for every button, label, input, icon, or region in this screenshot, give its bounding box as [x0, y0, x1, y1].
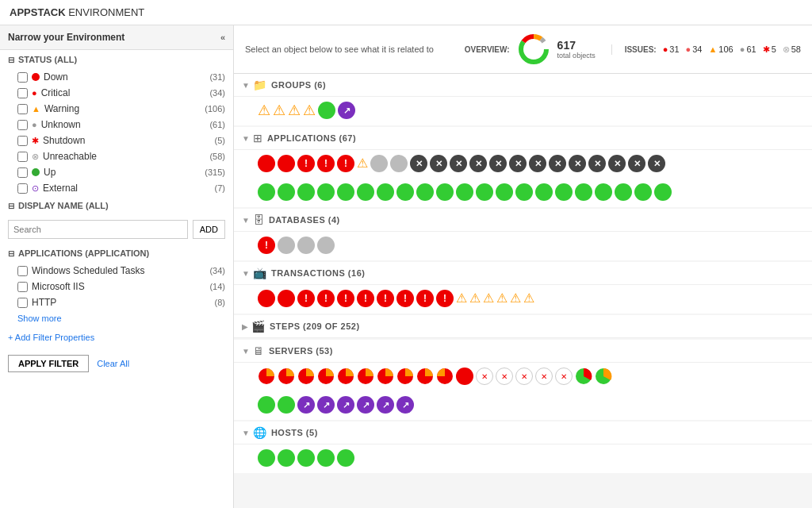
tx-ex6[interactable]: !: [396, 290, 414, 307]
srv-xred5[interactable]: ✕: [555, 368, 573, 385]
app-g8[interactable]: [396, 183, 414, 201]
host-g1[interactable]: [258, 449, 275, 467]
app-g21[interactable]: [654, 183, 672, 201]
srv-pie1[interactable]: [258, 368, 275, 385]
app-g7[interactable]: [377, 183, 394, 201]
checkbox-warning[interactable]: [17, 104, 28, 114]
category-tx-header[interactable]: ▼ 📺 TRANSACTIONS (16): [234, 262, 812, 285]
app-g6[interactable]: [357, 183, 374, 201]
category-db-header[interactable]: ▼ 🗄 DATABASES (4): [234, 209, 812, 232]
srv-pie10[interactable]: [436, 368, 454, 385]
srv-red1[interactable]: [456, 368, 473, 385]
app-g17[interactable]: [575, 183, 592, 201]
category-hosts-header[interactable]: ▼ 🌐 HOSTS (5): [234, 421, 812, 444]
srv-pie11[interactable]: [575, 368, 592, 385]
app-g5[interactable]: [337, 183, 354, 201]
srv-xred4[interactable]: ✕: [535, 368, 553, 385]
srv-g1[interactable]: [258, 396, 275, 414]
checkbox-wst[interactable]: [17, 266, 28, 276]
checkbox-up[interactable]: [17, 167, 28, 178]
checkbox-down[interactable]: [17, 72, 28, 83]
search-input[interactable]: [8, 220, 188, 239]
app-g11[interactable]: [456, 183, 473, 201]
checkbox-unknown[interactable]: [17, 120, 28, 130]
srv-pie7[interactable]: [377, 368, 394, 385]
srv-pie2[interactable]: [278, 368, 295, 385]
app-x11[interactable]: ✕: [608, 155, 626, 172]
srv-pie12[interactable]: [595, 368, 612, 385]
tx-ex8[interactable]: !: [436, 290, 454, 307]
app-x12[interactable]: ✕: [628, 155, 645, 172]
category-groups-header[interactable]: ▼ 📁 GROUPS (6): [234, 74, 812, 97]
app-g4[interactable]: [317, 183, 335, 201]
app-g19[interactable]: [615, 183, 632, 201]
app-x13[interactable]: ✕: [648, 155, 665, 172]
tx-warn1[interactable]: ⚠: [456, 292, 467, 305]
checkbox-critical[interactable]: [17, 88, 28, 98]
app-g2[interactable]: [278, 183, 295, 201]
host-g3[interactable]: [297, 449, 315, 467]
obj-purple1[interactable]: ↗: [338, 102, 355, 119]
obj-green1[interactable]: [318, 102, 335, 119]
app-x5[interactable]: ✕: [489, 155, 507, 172]
app-g20[interactable]: [634, 183, 652, 201]
host-g4[interactable]: [317, 449, 335, 467]
obj-warn1[interactable]: ⚠: [258, 103, 270, 117]
srv-pie4[interactable]: [317, 368, 335, 385]
app-x9[interactable]: ✕: [569, 155, 586, 172]
tx-ex1[interactable]: !: [297, 290, 315, 307]
db-gray2[interactable]: [297, 237, 315, 254]
display-name-section[interactable]: ⊟ DISPLAY NAME (ALL): [0, 196, 233, 215]
db-gray3[interactable]: [317, 237, 335, 254]
app-g15[interactable]: [535, 183, 553, 201]
tx-ex4[interactable]: !: [357, 290, 374, 307]
app-exclaim1[interactable]: !: [297, 155, 315, 172]
app-x3[interactable]: ✕: [450, 155, 467, 172]
db-gray1[interactable]: [278, 237, 295, 254]
srv-pie3[interactable]: [297, 368, 315, 385]
tx-warn5[interactable]: ⚠: [510, 292, 521, 305]
tx-warn2[interactable]: ⚠: [469, 292, 481, 305]
checkbox-unreachable[interactable]: [17, 152, 28, 162]
obj-warn4[interactable]: ⚠: [303, 103, 316, 117]
host-g5[interactable]: [337, 449, 354, 467]
srv-g2[interactable]: [278, 396, 295, 414]
srv-pa2[interactable]: ↗: [317, 396, 335, 414]
app-g18[interactable]: [595, 183, 612, 201]
checkbox-external[interactable]: [17, 183, 28, 194]
app-g14[interactable]: [515, 183, 533, 201]
tx-red2[interactable]: [278, 290, 295, 307]
apps-section-title[interactable]: ⊟ APPLICATIONS (APPLICATION): [0, 244, 233, 263]
app-g16[interactable]: [555, 183, 573, 201]
category-srv-header[interactable]: ▼ 🖥 SERVERS (53): [234, 340, 812, 363]
app-red1[interactable]: [258, 155, 275, 172]
obj-warn3[interactable]: ⚠: [288, 103, 301, 117]
app-x2[interactable]: ✕: [430, 155, 447, 172]
app-exclaim3[interactable]: !: [337, 155, 354, 172]
category-apps-header[interactable]: ▼ ⊞ APPLICATIONS (67): [234, 127, 812, 150]
checkbox-iis[interactable]: [17, 282, 28, 292]
add-button[interactable]: ADD: [193, 220, 225, 239]
srv-xred2[interactable]: ✕: [496, 368, 513, 385]
app-red2[interactable]: [278, 155, 295, 172]
srv-pa3[interactable]: ↗: [337, 396, 354, 414]
app-x6[interactable]: ✕: [509, 155, 527, 172]
app-gray2[interactable]: [390, 155, 408, 172]
status-section-title[interactable]: ⊟ STATUS (ALL): [0, 50, 233, 69]
tx-warn3[interactable]: ⚠: [483, 292, 494, 305]
tx-ex7[interactable]: !: [416, 290, 434, 307]
checkbox-http[interactable]: [17, 298, 28, 308]
tx-warn4[interactable]: ⚠: [496, 292, 508, 305]
srv-xred1[interactable]: ✕: [476, 368, 493, 385]
app-x1[interactable]: ✕: [410, 155, 427, 172]
srv-pie6[interactable]: [357, 368, 374, 385]
tx-ex5[interactable]: !: [377, 290, 394, 307]
srv-pa4[interactable]: ↗: [357, 396, 374, 414]
clear-all-link[interactable]: Clear All: [97, 359, 129, 368]
app-exclaim2[interactable]: !: [317, 155, 335, 172]
app-g13[interactable]: [496, 183, 513, 201]
srv-pie8[interactable]: [396, 368, 414, 385]
collapse-button[interactable]: «: [220, 33, 225, 42]
srv-pa1[interactable]: ↗: [297, 396, 315, 414]
checkbox-shutdown[interactable]: [17, 136, 28, 146]
